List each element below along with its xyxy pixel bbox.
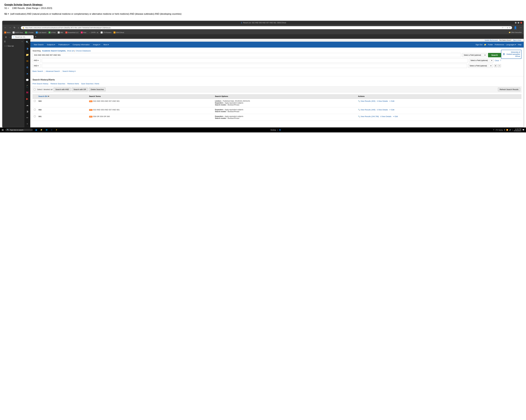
view-details-link-0[interactable]: ℹ View Details <box>377 100 388 102</box>
sidebar-toggle[interactable]: ☰ <box>4 36 8 39</box>
sign-out-link[interactable]: Sign Out <box>475 44 483 46</box>
view-details-link-1[interactable]: ℹ View Details <box>377 109 388 111</box>
choose-databases-link[interactable]: Choose Databases <box>76 50 91 52</box>
add-row-btn[interactable]: + <box>494 64 497 68</box>
clear-link[interactable]: Clear <box>495 60 499 61</box>
search-input-3[interactable] <box>42 64 467 68</box>
home-button[interactable]: ⌂ <box>17 26 20 30</box>
tab-close-btn[interactable]: × <box>31 36 32 38</box>
bookmark-host[interactable]: H Host <box>80 31 87 34</box>
mail-sidebar-icon[interactable]: ✉ <box>26 59 29 63</box>
more-nav[interactable]: More ▾ <box>102 43 110 47</box>
main-search-input[interactable] <box>32 53 461 57</box>
field-select-3[interactable]: Select a Field (optional) ▾ <box>468 64 493 68</box>
help-link[interactable]: Help <box>518 44 521 46</box>
bookmark-metro[interactable]: M Metro <box>3 31 11 34</box>
settings-sidebar-icon[interactable]: ⚙ <box>25 65 29 70</box>
row-checkbox-2[interactable] <box>34 115 36 117</box>
browser-window-controls[interactable] <box>515 22 522 24</box>
edit-link-2[interactable]: ✏ Edit <box>393 115 398 118</box>
edit-link-1[interactable]: ✏ Edit <box>389 109 394 111</box>
row-checkbox-1[interactable] <box>34 109 36 110</box>
refresh-button[interactable]: ↻ <box>13 26 16 30</box>
new-search-nav[interactable]: New Search <box>32 43 45 47</box>
youtube-sidebar-icon[interactable]: ▶ <box>26 97 29 101</box>
reader-icon[interactable]: Aᵃ <box>502 27 504 29</box>
bookmark-lthtr[interactable]: L LTHTR - eL <box>88 31 99 34</box>
back-sidebar-btn[interactable]: ‹ <box>9 36 11 39</box>
basic-search-tab[interactable]: Basic Search <box>32 70 43 72</box>
database-link[interactable]: Academic Search Complete, <box>42 50 66 52</box>
retrieve-alerts-link[interactable]: Retrieve Alerts <box>68 83 79 85</box>
update-account-link[interactable]: Update My Account <box>485 39 498 41</box>
taskbar-edge-icon[interactable]: 🌐 <box>45 129 48 131</box>
advanced-search-tab[interactable]: Advanced Search <box>46 70 60 72</box>
chat-sidebar-icon[interactable]: 💬 <box>25 78 30 82</box>
bookmark-other-favourites[interactable]: 📁 Other favourites <box>508 31 523 34</box>
row-checkbox-0[interactable] <box>34 100 36 102</box>
collection-icon[interactable]: ⊞ <box>507 27 508 29</box>
retrieve-searches-link[interactable]: Retrieve Searches <box>51 83 65 85</box>
collections-sidebar-icon[interactable]: 📁 <box>25 52 30 57</box>
field-select-2[interactable]: Select a Field (optional) ▾ <box>469 58 494 62</box>
edit-link-0[interactable]: ✏ Edit <box>389 100 394 102</box>
images-nav[interactable]: Images ▾ <box>91 43 101 47</box>
start-button[interactable]: ⊞ <box>2 129 4 131</box>
bookmark-dbs[interactable]: D DBS <box>57 31 64 34</box>
refresh-results-btn[interactable]: Refresh Search Results <box>498 88 520 91</box>
help-icon[interactable]: ? <box>500 60 501 61</box>
taskbar-word-icon[interactable]: W <box>50 129 53 131</box>
search-sidebar-icon[interactable]: 🔍 <box>25 40 30 45</box>
bookmark-knownhost[interactable]: K KnownHost LLC <box>65 31 80 34</box>
save-searches-link[interactable]: Save Searches / Alerts <box>81 83 99 85</box>
taskbar-app-icon[interactable]: ⚡ <box>55 129 58 131</box>
extensions-button[interactable]: ⋯ <box>519 26 523 30</box>
address-bar[interactable]: 🔒 https://web.s.ebscohost.com/ehost/resu… <box>21 26 512 29</box>
taskbar-people-icon[interactable]: 👥 <box>34 129 38 131</box>
remove-row-btn[interactable]: − <box>498 64 501 68</box>
sign-in-link[interactable]: Sign in here. <box>513 39 521 41</box>
star-icon[interactable]: ☆ <box>505 27 506 29</box>
folder-link[interactable]: Folder <box>488 44 493 46</box>
notification-icon[interactable]: 💬 <box>522 129 524 131</box>
arc-sidebar-icon[interactable]: ◑ <box>25 109 29 114</box>
view-results-link-1[interactable]: 🔍 View Results (449) <box>358 109 375 111</box>
taskbar-files-icon[interactable]: 📁 <box>40 129 43 131</box>
search-history-dropdown[interactable]: Search History ▾ <box>62 70 76 72</box>
panel-close-icon[interactable]: ‹ <box>22 40 22 43</box>
bookmark-nhsp[interactable]: N NHSP-Rota <box>12 31 24 34</box>
view-details-link-2[interactable]: ℹ View Details <box>381 115 391 118</box>
delete-searches-btn[interactable]: Delete Searches <box>89 88 106 91</box>
languages-link[interactable]: Languages ▾ <box>506 44 516 46</box>
copilot-sidebar-icon[interactable]: ◑ <box>25 46 29 51</box>
whatsapp-sidebar-icon[interactable]: 📱 <box>25 84 30 89</box>
gmail-sidebar-icon[interactable]: M <box>26 90 29 95</box>
cloud-sidebar-icon[interactable]: ☁ <box>25 103 29 108</box>
view-results-link-0[interactable]: 🔍 View Results (303) <box>358 100 375 102</box>
select-all-checkbox[interactable] <box>34 89 36 90</box>
forward-button[interactable]: → <box>8 26 12 30</box>
preferences-link[interactable]: Preferences <box>495 44 504 46</box>
close-btn[interactable] <box>520 22 522 24</box>
bookmark-ebscohost[interactable]: E EBSCOhost <box>113 31 125 34</box>
bookmark-ulib[interactable]: U ULib Search <box>35 31 47 34</box>
sort-id-link[interactable]: Search ID# <box>38 95 48 97</box>
arrow-sidebar-icon[interactable]: ➤ <box>26 71 29 76</box>
pen-sidebar-icon[interactable]: ✏ <box>26 115 29 120</box>
company-info-nav[interactable]: Company Information <box>71 43 91 47</box>
download-icon[interactable]: ⬇ <box>509 27 510 29</box>
field-select-1[interactable]: Select a Field (optional) ▾ <box>462 53 487 57</box>
maximize-btn[interactable] <box>518 22 519 24</box>
search-input-2[interactable] <box>42 58 468 63</box>
search-with-and-btn[interactable]: Search with AND <box>54 88 71 91</box>
plus-sidebar-icon[interactable]: + <box>26 122 29 126</box>
new-tab-button[interactable]: + <box>34 35 38 39</box>
minimize-btn[interactable] <box>515 22 516 24</box>
subjects-nav[interactable]: Subjects ▾ <box>46 43 57 47</box>
show-all-link[interactable]: Show all <box>67 50 74 52</box>
profile-button[interactable]: 👤 <box>513 26 518 30</box>
view-results-link-2[interactable]: 🔍 View Results (244,768) <box>358 115 379 118</box>
search-with-or-btn[interactable]: Search with OR <box>72 88 88 91</box>
and-connector-2[interactable]: AND ▾ <box>32 64 41 68</box>
search-button[interactable]: Search <box>488 53 501 57</box>
